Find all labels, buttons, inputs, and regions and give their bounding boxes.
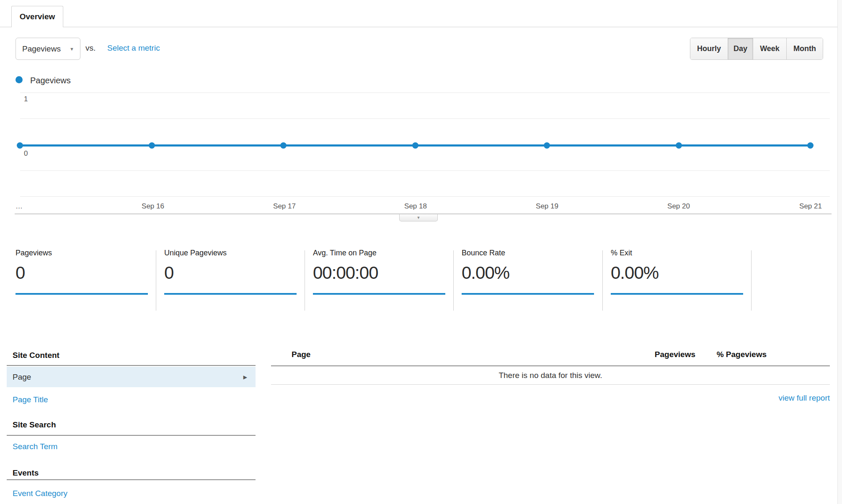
divider bbox=[7, 435, 256, 436]
table-header-page: Page bbox=[292, 350, 310, 359]
tab-bar-divider bbox=[0, 27, 837, 27]
data-point-marker bbox=[676, 142, 682, 149]
x-axis-label: … bbox=[15, 202, 23, 211]
gridline bbox=[20, 118, 830, 119]
card-divider bbox=[305, 250, 305, 311]
metric-card-value: 00:00:00 bbox=[313, 262, 446, 284]
y-axis-tick-0: 0 bbox=[24, 149, 28, 158]
metric-card-label: Pageviews bbox=[15, 248, 148, 258]
metric-card-sparkline bbox=[462, 293, 594, 295]
sidebar-heading-events: Events bbox=[13, 468, 39, 478]
metric-card-sparkline bbox=[164, 293, 297, 295]
table-header-pageviews: Pageviews bbox=[645, 350, 695, 359]
data-point-marker bbox=[412, 142, 418, 149]
sidebar-item-page-title[interactable]: Page Title bbox=[13, 395, 48, 404]
view-full-report-link[interactable]: view full report bbox=[690, 393, 830, 403]
granularity-button-month[interactable]: Month bbox=[786, 38, 823, 59]
x-axis-label: Sep 21 bbox=[799, 202, 822, 211]
gridline bbox=[20, 170, 830, 171]
metric-card-unique-pageviews[interactable]: Unique Pageviews 0 bbox=[164, 248, 297, 295]
metric-card-label: % Exit bbox=[611, 248, 744, 258]
data-point-marker bbox=[544, 142, 550, 149]
table-empty-message: There is no data for this view. bbox=[271, 371, 830, 380]
metric-dropdown[interactable]: Pageviews ▼ bbox=[15, 38, 80, 60]
metric-card-value: 0.00% bbox=[462, 262, 594, 284]
chevron-down-icon: ▼ bbox=[417, 216, 421, 220]
table-header-percent-pageviews: % Pageviews bbox=[704, 350, 767, 359]
sidebar-item-page[interactable]: Page ▶ bbox=[7, 367, 256, 387]
granularity-button-hourly[interactable]: Hourly bbox=[690, 38, 728, 59]
timeline-expander-button[interactable]: ▼ bbox=[399, 214, 438, 221]
x-axis-label: Sep 19 bbox=[536, 202, 558, 211]
metric-card-value: 0 bbox=[164, 262, 297, 284]
divider bbox=[7, 365, 256, 366]
card-divider bbox=[156, 250, 156, 311]
x-axis-label: Sep 18 bbox=[404, 202, 427, 211]
chevron-right-icon: ▶ bbox=[243, 374, 247, 380]
metric-card-sparkline bbox=[611, 293, 743, 295]
table-row-divider bbox=[271, 384, 830, 385]
legend-series-label: Pageviews bbox=[30, 76, 71, 85]
metric-card-sparkline bbox=[313, 293, 445, 295]
sidebar-heading-site-content: Site Content bbox=[13, 351, 59, 360]
metric-card-sparkline bbox=[15, 293, 148, 295]
metric-card-value: 0 bbox=[15, 262, 148, 284]
metric-card-pageviews[interactable]: Pageviews 0 bbox=[15, 248, 148, 295]
gridline bbox=[20, 196, 830, 197]
card-divider bbox=[751, 250, 752, 311]
x-axis-label: Sep 20 bbox=[667, 202, 690, 211]
card-divider bbox=[602, 250, 603, 311]
metric-card-value: 0.00% bbox=[611, 262, 744, 284]
x-axis-label: Sep 17 bbox=[273, 202, 296, 211]
sidebar-item-page-label: Page bbox=[13, 373, 31, 382]
metric-card-bounce-rate[interactable]: Bounce Rate 0.00% bbox=[462, 248, 594, 295]
sidebar-item-search-term[interactable]: Search Term bbox=[13, 442, 57, 451]
metric-card-avg-time-on-page[interactable]: Avg. Time on Page 00:00:00 bbox=[313, 248, 446, 295]
sidebar-heading-site-search: Site Search bbox=[13, 420, 56, 429]
data-point-marker bbox=[149, 142, 155, 149]
table-header-divider bbox=[271, 365, 830, 366]
data-point-marker bbox=[807, 142, 814, 149]
analytics-overview-panel: Overview Pageviews ▼ vs. Select a metric… bbox=[0, 0, 842, 504]
chevron-down-icon: ▼ bbox=[70, 46, 74, 51]
metric-card-label: Unique Pageviews bbox=[164, 248, 297, 258]
gridline bbox=[20, 93, 830, 93]
data-point-marker bbox=[280, 142, 287, 149]
y-axis-tick-1: 1 bbox=[24, 95, 28, 103]
sidebar-item-event-category[interactable]: Event Category bbox=[13, 489, 67, 498]
tab-overview[interactable]: Overview bbox=[11, 6, 63, 27]
granularity-button-day[interactable]: Day bbox=[728, 38, 753, 59]
select-metric-link[interactable]: Select a metric bbox=[107, 44, 160, 53]
granularity-button-week[interactable]: Week bbox=[753, 38, 786, 59]
legend-series-dot-icon bbox=[15, 76, 23, 83]
granularity-button-group: Hourly Day Week Month bbox=[690, 38, 823, 60]
scrollbar-track[interactable] bbox=[837, 0, 842, 504]
divider bbox=[7, 479, 256, 480]
metric-card-label: Avg. Time on Page bbox=[313, 248, 446, 258]
vs-label: vs. bbox=[85, 44, 96, 53]
metric-card-label: Bounce Rate bbox=[462, 248, 594, 258]
metric-dropdown-value: Pageviews bbox=[22, 44, 61, 54]
tab-overview-label: Overview bbox=[20, 12, 55, 21]
card-divider bbox=[453, 250, 454, 311]
metric-card-percent-exit[interactable]: % Exit 0.00% bbox=[611, 248, 744, 295]
x-axis-label: Sep 16 bbox=[142, 202, 164, 211]
data-point-marker bbox=[17, 142, 23, 149]
